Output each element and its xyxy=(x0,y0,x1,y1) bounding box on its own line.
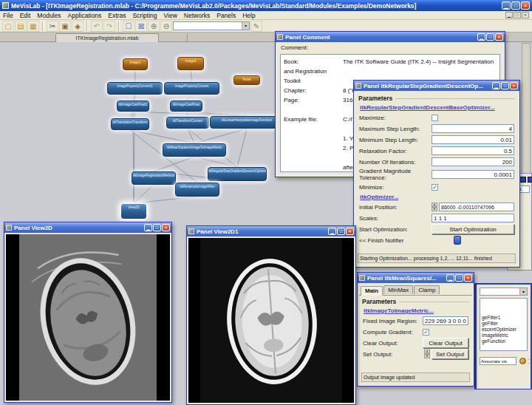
cut-icon[interactable]: ✂ xyxy=(47,21,58,32)
menu-modules[interactable]: Modules xyxy=(37,12,61,19)
close-icon[interactable]: × xyxy=(162,224,170,231)
tab-main[interactable]: Main xyxy=(361,286,383,296)
network-node-b2[interactable]: ImagePropertyConvert xyxy=(164,82,219,95)
panel-comment-title-bar[interactable]: Panel Comment ▁ □ × xyxy=(276,32,505,42)
module-list-item[interactable]: ImageMetric xyxy=(482,333,527,338)
fragment-window-button-icon[interactable] xyxy=(528,177,532,183)
maximize-icon[interactable]: □ xyxy=(153,224,161,231)
panel-view2d1-title-bar[interactable]: Panel View2D1 ▁ □ × xyxy=(187,226,355,236)
minimize-icon[interactable]: ▁ xyxy=(492,82,500,89)
maximize-icon[interactable]: □ xyxy=(455,274,463,282)
menu-view[interactable]: View xyxy=(164,12,177,19)
network-node-view[interactable]: View2D xyxy=(120,203,147,219)
network-tab[interactable]: ITKImageRegistration.mlab xyxy=(55,33,159,42)
network-node-t1[interactable]: itkTranslationTransform xyxy=(111,118,149,130)
chevron-down-icon[interactable]: ▾ xyxy=(242,22,249,30)
minimize-icon[interactable]: ▁ xyxy=(144,224,152,231)
mri-viewer-moving[interactable] xyxy=(188,238,354,403)
maximize-icon[interactable]: □ xyxy=(486,33,494,41)
minimize-icon[interactable]: ▁ xyxy=(328,228,336,235)
value-field[interactable]: 4 xyxy=(432,124,514,133)
mri-viewer-fixed[interactable] xyxy=(6,234,170,401)
copy-icon[interactable]: ▣ xyxy=(59,21,71,32)
close-icon[interactable]: × xyxy=(495,33,503,41)
redo-icon[interactable]: ↷ xyxy=(103,21,115,32)
stepper-icon[interactable]: ▲▼ xyxy=(424,350,430,358)
menu-extras[interactable]: Extras xyxy=(108,12,126,19)
finish-notifier-icon[interactable] xyxy=(454,236,461,245)
value-field[interactable]: 0.0001 xyxy=(432,170,514,179)
maximize-icon[interactable]: □ xyxy=(337,228,345,235)
network-node-c1[interactable]: itkImageCastFloat1 xyxy=(117,101,149,112)
value-field[interactable]: 0.5 xyxy=(432,146,514,155)
value-field[interactable]: 86000 -0.00110747096 xyxy=(439,202,514,211)
checkbox[interactable] xyxy=(432,115,438,121)
network-node-interp[interactable]: itkLinearInterpolateImageFunction xyxy=(210,116,284,129)
mdi-close-icon[interactable]: × xyxy=(522,12,529,18)
select-icon[interactable]: ☐ xyxy=(123,21,134,32)
module-list-item[interactable]: escentOptimizer xyxy=(482,327,527,333)
tab-minmax[interactable]: MinMax xyxy=(383,285,413,294)
checkbox[interactable]: ✓ xyxy=(423,329,429,336)
menu-help[interactable]: Help xyxy=(242,12,255,19)
parameter-link[interactable]: itkImageToImageMetric... xyxy=(364,307,434,314)
network-node-tester[interactable]: Tester xyxy=(233,75,260,85)
checkbox[interactable]: ✓ xyxy=(432,184,438,191)
close-icon[interactable]: × xyxy=(510,82,518,89)
stepper-icon[interactable]: ▲▼ xyxy=(432,202,437,211)
value-field[interactable]: 0.01 xyxy=(432,135,514,144)
main-title-bar[interactable]: MeVisLab - [ITKImageRegistration.mlab - … xyxy=(0,0,532,11)
minimize-button[interactable]: ▁ xyxy=(502,1,511,10)
parameter-link[interactable]: itkOptimizer... xyxy=(360,194,398,200)
fit-view-icon[interactable]: ⊠ xyxy=(135,21,147,32)
value-field[interactable]: 200 xyxy=(432,157,514,166)
chevron-down-icon[interactable]: ▾ xyxy=(519,288,527,295)
close-icon[interactable]: × xyxy=(464,274,472,282)
network-node-opt[interactable]: itkRegularStepGradientDescentOptimizer xyxy=(208,167,267,181)
network-node-metric[interactable]: itkMeanSquaresImageToImageMetric xyxy=(163,143,226,157)
network-node-li1[interactable]: Image1 xyxy=(123,58,148,70)
search-input[interactable]: ▾ xyxy=(173,21,250,30)
menu-edit[interactable]: Edit xyxy=(20,12,31,19)
edit-search-icon[interactable]: ✎ xyxy=(250,21,262,32)
zoom-in-icon[interactable]: ⊕ xyxy=(148,21,160,32)
set-output-button[interactable]: Set Output xyxy=(432,349,468,359)
network-node-b1[interactable]: ImagePropertyConvert1 xyxy=(107,82,163,95)
paste-icon[interactable]: ◈ xyxy=(72,21,83,32)
optimizer-base-link[interactable]: itkRegularStepGradientDescentBaseOptimiz… xyxy=(360,104,495,111)
maximize-button[interactable]: □ xyxy=(511,1,520,10)
maximize-icon[interactable]: □ xyxy=(501,82,509,89)
panel-optimizer-title-bar[interactable]: Panel ItkRegularStepGradientDescentOp...… xyxy=(354,81,519,91)
open-icon[interactable]: ▤ xyxy=(15,21,27,32)
undo-icon[interactable]: ↶ xyxy=(91,21,103,32)
mdi-restore-icon[interactable]: □ xyxy=(514,12,521,18)
clear-output-button[interactable]: Clear Output xyxy=(423,338,468,348)
menu-applications[interactable]: Applications xyxy=(68,12,102,19)
fragment-text-field[interactable]: Associate vis xyxy=(480,357,516,365)
zoom-out-icon[interactable]: ⊖ xyxy=(160,21,172,32)
minimize-icon[interactable]: ▁ xyxy=(477,33,485,41)
save-icon[interactable]: ▦ xyxy=(27,21,39,32)
fragment-module-list[interactable]: geFilter1geFilterescentOptimizerImageMet… xyxy=(480,298,528,351)
fragment-window-button-icon[interactable] xyxy=(519,177,526,183)
close-icon[interactable]: × xyxy=(346,228,354,235)
module-list-item[interactable]: geFunction xyxy=(482,338,527,344)
new-icon[interactable]: ▢ xyxy=(2,21,14,32)
network-node-li2[interactable]: Image2 xyxy=(177,57,204,70)
close-button[interactable]: × xyxy=(521,1,530,10)
network-node-c2[interactable]: itkImageCastFloat xyxy=(170,101,202,112)
start-optimization-button[interactable]: Start Optimization xyxy=(432,224,514,234)
mdi-minimize-icon[interactable]: ▁ xyxy=(505,12,513,18)
menu-networks[interactable]: Networks xyxy=(184,12,210,19)
network-node-t2[interactable]: itkTransformConvert xyxy=(166,117,209,129)
panel-view2d-title-bar[interactable]: Panel View2D ▁ □ × xyxy=(4,222,171,233)
network-node-reg[interactable]: itkImageRegistrationMethod xyxy=(132,171,176,185)
module-list-item[interactable]: geFilter xyxy=(482,321,527,327)
menu-file[interactable]: File xyxy=(3,12,13,19)
minimize-icon[interactable]: ▁ xyxy=(446,274,454,282)
value-field[interactable]: 229 269 3 0 0 0 xyxy=(423,316,468,325)
menu-scripting[interactable]: Scripting xyxy=(132,12,157,19)
module-list-item[interactable]: geFilter1 xyxy=(482,315,527,321)
menu-panels[interactable]: Panels xyxy=(216,12,236,19)
network-node-resample[interactable]: itkResampleImageFilter xyxy=(175,183,219,197)
